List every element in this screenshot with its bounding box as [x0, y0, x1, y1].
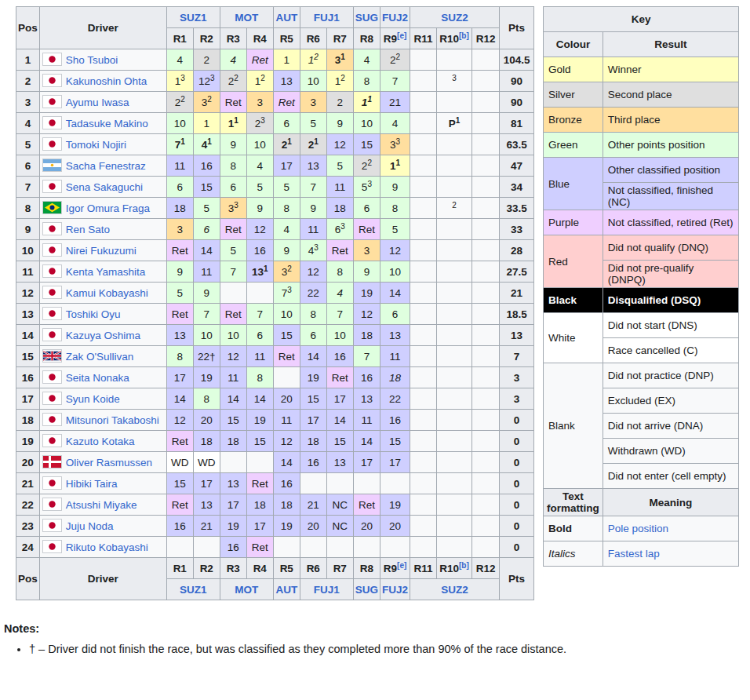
driver-link[interactable]: Sho Tsuboi	[66, 54, 118, 66]
driver-link[interactable]: Ren Sato	[66, 224, 110, 235]
event-link-suz2[interactable]: SUZ2	[441, 12, 468, 24]
result-cell-r1: 6	[166, 177, 193, 198]
result-cell-r9: 22	[380, 49, 410, 71]
result-cell-r8: 9	[353, 261, 380, 283]
event-link-mot[interactable]: MOT	[235, 584, 258, 596]
result-cell-r7: 10	[326, 325, 353, 346]
result-cell-r7: 31	[326, 49, 353, 71]
pos-cell: 17	[16, 388, 40, 410]
flag-icon-dk	[43, 456, 61, 468]
event-link-sug[interactable]: SUG	[355, 584, 378, 596]
result-cell-r3: Ret	[220, 219, 246, 240]
result-cell-r5: 19	[273, 516, 300, 537]
driver-link[interactable]: Kazuto Kotaka	[66, 436, 135, 447]
result-cell-r1: Ret	[166, 240, 193, 261]
driver-cell: Ren Sato	[39, 219, 166, 240]
pos-cell: 18	[16, 410, 40, 431]
pos-cell: 1	[16, 49, 40, 71]
driver-link[interactable]: Tadasuke Makino	[66, 118, 148, 129]
event-link-mot[interactable]: MOT	[235, 12, 258, 24]
result-cell-r8: 11	[353, 92, 380, 113]
key-result-cell: Withdrawn (WD)	[603, 439, 738, 464]
key-formatting-row: ItalicsFastest lap	[544, 541, 739, 567]
driver-cell: Zak O'Sullivan	[39, 346, 166, 367]
driver-link[interactable]: Kenta Yamashita	[66, 266, 146, 278]
driver-link[interactable]: Syun Koide	[66, 393, 120, 405]
driver-link[interactable]: Mitsunori Takaboshi	[66, 414, 159, 426]
driver-link[interactable]: Zak O'Sullivan	[66, 351, 134, 363]
result-cell-r2: 5	[193, 198, 220, 219]
driver-cell: Oliver Rasmussen	[39, 452, 166, 473]
event-link-aut[interactable]: AUT	[275, 12, 297, 24]
table-row: 15Zak O'Sullivan822†1211Ret14167117	[16, 346, 534, 367]
key-result-cell: Not classified, retired (Ret)	[603, 210, 738, 235]
event-header-fuj1-top: FUJ1	[300, 7, 353, 28]
result-cell-r12	[472, 155, 500, 177]
result-cell-r10	[410, 473, 437, 494]
result-cell-r2: 19	[193, 367, 220, 388]
event-link-suz2[interactable]: SUZ2	[441, 584, 468, 596]
driver-link[interactable]: Igor Omura Fraga	[66, 202, 150, 214]
driver-link[interactable]: Toshiki Oyu	[66, 308, 121, 320]
driver-link[interactable]: Rikuto Kobayashi	[66, 541, 148, 553]
pos-cell: 12	[16, 283, 40, 304]
flag-icon-br	[43, 202, 61, 213]
event-link-aut[interactable]: AUT	[275, 584, 297, 596]
round-footnote-link[interactable]: [b]	[459, 31, 469, 39]
event-link-suz1[interactable]: SUZ1	[180, 12, 207, 24]
result-cell-r11	[437, 367, 472, 388]
driver-link[interactable]: Kamui Kobayashi	[66, 287, 148, 299]
event-link-fuj2[interactable]: FUJ2	[382, 12, 408, 24]
result-cell-r11: 3	[437, 71, 472, 92]
pts-cell: 0	[500, 431, 534, 452]
result-cell-r5: Ret	[273, 92, 300, 113]
driver-link[interactable]: Sena Sakaguchi	[66, 181, 143, 193]
result-cell-r8: 18	[353, 325, 380, 346]
result-cell-r10	[410, 240, 437, 261]
round-footnote-link[interactable]: [e]	[397, 560, 406, 569]
driver-link[interactable]: Atsushi Miyake	[66, 499, 137, 511]
formatting-meaning-link[interactable]: Fastest lap	[608, 548, 660, 560]
driver-link[interactable]: Oliver Rasmussen	[66, 457, 152, 468]
driver-link[interactable]: Kazuya Oshima	[66, 330, 140, 341]
event-link-fuj1[interactable]: FUJ1	[314, 12, 340, 24]
result-cell-r6: 5	[300, 113, 326, 134]
round-footnote-link[interactable]: [b]	[459, 560, 469, 569]
result-cell-r1: Ret	[166, 494, 193, 516]
result-cell-r6: 12	[300, 261, 326, 283]
result-cell-r12	[472, 304, 500, 325]
event-link-fuj2[interactable]: FUJ2	[382, 584, 408, 596]
key-result-cell: Disqualified (DSQ)	[603, 288, 738, 313]
driver-link[interactable]: Tomoki Nojiri	[66, 139, 126, 151]
pts-cell: 33.5	[500, 198, 534, 219]
event-link-fuj1[interactable]: FUJ1	[314, 584, 340, 596]
formatting-meaning-link[interactable]: Pole position	[608, 523, 668, 534]
result-cell-r3: 8	[220, 155, 246, 177]
driver-link[interactable]: Kakunoshin Ohta	[66, 75, 147, 87]
driver-link[interactable]: Nirei Fukuzumi	[66, 245, 137, 257]
driver-link[interactable]: Hibiki Taira	[66, 478, 118, 490]
event-link-suz1[interactable]: SUZ1	[180, 584, 207, 596]
round-header-r10-bottom: R10[b]	[437, 558, 472, 579]
driver-link[interactable]: Juju Noda	[66, 520, 114, 532]
event-link-sug[interactable]: SUG	[355, 12, 378, 24]
table-row: 16Seita Nonaka171911819Ret16183	[16, 367, 534, 388]
result-cell-r2: 20	[193, 410, 220, 431]
pts-cell: 0	[500, 410, 534, 431]
key-colour-cell-purple: Purple	[544, 210, 603, 235]
key-result-cell: Winner	[603, 57, 738, 82]
driver-link[interactable]: Ayumu Iwasa	[66, 97, 129, 108]
driver-link[interactable]: Sacha Fenestraz	[66, 160, 146, 172]
round-header-r10-top: R10[b]	[437, 28, 472, 49]
driver-link[interactable]: Seita Nonaka	[66, 372, 129, 384]
round-header-r11-bottom: R11	[410, 558, 437, 579]
key-row: SilverSecond place	[544, 82, 739, 108]
event-header-fuj1-bottom: FUJ1	[300, 579, 353, 600]
key-result-cell: Did not start (DNS)	[603, 313, 738, 338]
pts-cell: 33	[500, 219, 534, 240]
table-row: 13Toshiki OyuRet7Ret7108712618.5	[16, 304, 534, 325]
result-cell-r10	[410, 92, 437, 113]
round-footnote-link[interactable]: [e]	[397, 31, 406, 39]
event-header-sug-bottom: SUG	[353, 579, 380, 600]
result-cell-r5: 17	[273, 155, 300, 177]
